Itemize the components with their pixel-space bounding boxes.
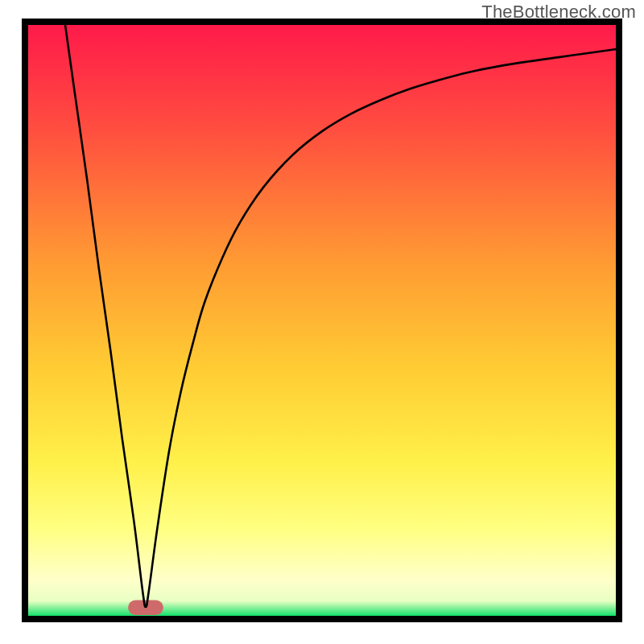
chart-svg xyxy=(0,0,644,644)
chart-stage: TheBottleneck.com xyxy=(0,0,644,644)
plot-gradient-bg xyxy=(28,25,616,616)
watermark-text: TheBottleneck.com xyxy=(481,2,636,23)
